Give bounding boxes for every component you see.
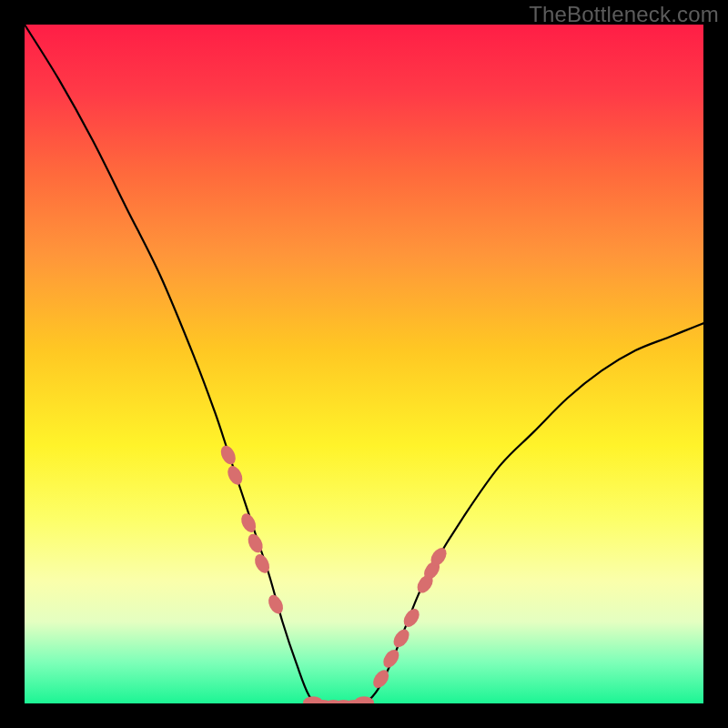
marker-left-cluster bbox=[225, 463, 245, 487]
chart-markers bbox=[218, 443, 450, 703]
marker-left-cluster bbox=[266, 592, 286, 616]
chart-frame: TheBottleneck.com bbox=[0, 0, 728, 728]
watermark-label: TheBottleneck.com bbox=[529, 2, 719, 27]
chart-svg bbox=[25, 25, 703, 703]
marker-right-cluster bbox=[390, 626, 412, 650]
bottleneck-curve bbox=[25, 25, 703, 703]
marker-left-cluster bbox=[218, 443, 238, 467]
chart-plot-area bbox=[25, 25, 703, 703]
marker-left-cluster bbox=[245, 531, 265, 555]
marker-right-cluster bbox=[380, 647, 402, 671]
marker-left-cluster bbox=[252, 551, 272, 575]
marker-right-cluster bbox=[370, 667, 392, 691]
marker-left-cluster bbox=[238, 511, 258, 535]
